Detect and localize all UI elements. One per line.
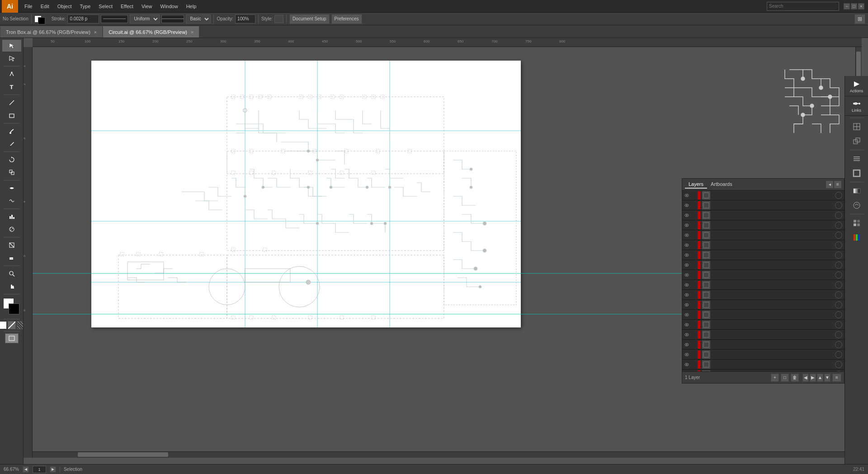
layer-target-8[interactable] [835,271,842,279]
no-fill-btn[interactable] [0,321,7,329]
layer-target-16[interactable] [835,351,842,358]
layer-target-11[interactable] [835,301,842,308]
type-tool[interactable]: T [2,81,21,93]
stroke-basic-select[interactable]: Basic [186,14,211,24]
window-restore[interactable]: □ [851,3,857,9]
width-tool[interactable] [2,182,21,194]
stroke-stroke-color[interactable] [38,17,45,24]
layer-target-13[interactable] [835,321,842,328]
layer-visibility-10[interactable] [682,290,691,300]
stroke-uniform-select[interactable]: Uniform [130,14,160,24]
layer-visibility-14[interactable] [682,330,691,340]
appearance-panel-btn[interactable] [848,199,865,212]
layer-target-5[interactable] [835,242,842,249]
layers-nav-left[interactable]: ◀ [802,374,809,382]
page-input[interactable] [33,466,46,473]
layer-target-12[interactable] [835,311,842,318]
hscroll-thumb[interactable] [78,452,168,457]
scale-tool[interactable] [2,166,21,178]
make-sublayer-btn[interactable]: + [771,374,779,382]
column-graph-tool[interactable] [2,211,21,223]
layer-row[interactable] [682,290,844,300]
layer-visibility-2[interactable] [682,210,691,220]
horizontal-scrollbar[interactable] [33,451,855,458]
layer-visibility-1[interactable] [682,200,691,210]
layer-visibility-16[interactable] [682,350,691,360]
menu-select[interactable]: Select [95,0,116,13]
menu-view[interactable]: View [138,0,156,13]
stroke-panel-btn[interactable] [848,166,865,180]
direct-selection-tool[interactable] [2,52,21,64]
layer-row[interactable] [682,270,844,280]
preferences-button[interactable]: Preferences [331,14,362,24]
align-panel-btn[interactable] [848,152,865,166]
layer-row[interactable] [682,320,844,330]
layers-options-btn[interactable]: ≡ [832,374,841,382]
menu-type[interactable]: Type [76,0,94,13]
pattern-btn[interactable] [17,321,24,329]
layer-visibility-5[interactable] [682,240,691,250]
layer-visibility-4[interactable] [682,230,691,240]
layer-target-6[interactable] [835,251,842,259]
gradient-btn[interactable] [8,321,16,329]
layers-collapse-btn[interactable]: ◂ [826,181,833,188]
layer-visibility-11[interactable] [682,300,691,310]
zoom-control[interactable]: 66.67% [4,467,19,472]
menu-file[interactable]: File [21,0,36,13]
background-color[interactable] [9,303,19,314]
nav-prev-btn[interactable]: ◀ [23,466,29,473]
menu-effect[interactable]: Effect [117,0,137,13]
menu-object[interactable]: Object [54,0,75,13]
layer-target-2[interactable] [835,212,842,219]
layers-nav-up[interactable]: ▲ [817,374,823,382]
arrange-button[interactable]: ⊞ [854,14,865,24]
layer-visibility-18[interactable] [682,370,691,372]
layer-row[interactable] [682,360,844,370]
layers-nav-right[interactable]: ▶ [810,374,816,382]
pathfinder-panel-btn[interactable] [848,134,865,148]
layer-target-17[interactable] [835,361,842,368]
screen-mode-btn[interactable] [5,333,19,343]
layer-target-9[interactable] [835,281,842,289]
layer-target-10[interactable] [835,291,842,299]
swatches-panel-btn[interactable] [848,231,865,244]
layer-visibility-7[interactable] [682,260,691,270]
layer-target-15[interactable] [835,341,842,348]
warp-tool[interactable] [2,195,21,207]
layer-row[interactable] [682,230,844,240]
paintbrush-tool[interactable] [2,125,21,137]
tab-tron[interactable]: Tron Box.ai @ 66.67% (RGB/Preview) × [0,26,103,38]
layer-row[interactable] [682,350,844,360]
hand-tool[interactable] [2,280,21,292]
delete-layer-btn[interactable]: 🗑 [791,374,799,382]
graphic-styles-btn[interactable] [848,216,865,230]
layers-tab-artboards[interactable]: Artboards [707,180,736,189]
links-panel-toggle[interactable]: Links [845,97,868,116]
line-tool[interactable] [2,97,21,109]
tab-circuit-close[interactable]: × [191,29,193,35]
layer-target-1[interactable] [835,202,842,209]
gradient-panel-btn[interactable] [848,184,865,198]
vscroll-thumb[interactable] [856,52,861,79]
layer-row[interactable] [682,200,844,210]
layer-target-3[interactable] [835,222,842,229]
symbol-sprayer-tool[interactable] [2,223,21,235]
layers-tab-layers[interactable]: Layers [685,180,707,189]
layer-row[interactable] [682,310,844,320]
rect-tool[interactable] [2,109,21,121]
layer-row[interactable] [682,260,844,270]
window-close[interactable]: × [858,3,864,9]
layer-row[interactable] [682,190,844,200]
search-input[interactable] [767,2,839,11]
zoom-tool[interactable] [2,268,21,280]
layer-row[interactable] [682,240,844,250]
layer-row[interactable] [682,250,844,260]
stroke-value-input[interactable] [67,14,99,24]
layer-visibility-17[interactable] [682,360,691,370]
layers-list[interactable]: ▶ ▶ ▶ [682,190,844,371]
layer-visibility-8[interactable] [682,270,691,280]
layer-target-0[interactable] [835,192,842,199]
color-selector[interactable] [3,298,20,315]
transform-panel-btn[interactable] [848,120,865,133]
pen-tool[interactable] [2,68,21,80]
